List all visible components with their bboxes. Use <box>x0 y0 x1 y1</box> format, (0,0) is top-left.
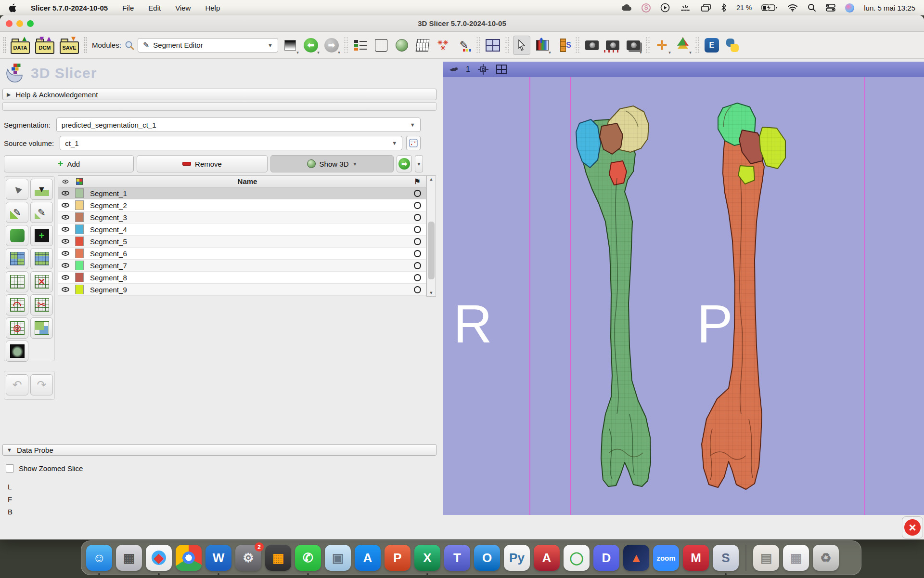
segment-row-Segment_7[interactable]: Segment_7 <box>58 260 426 272</box>
threed-view-controller-bar[interactable]: 1 <box>443 62 924 77</box>
segment-color-swatch[interactable] <box>75 249 84 258</box>
segment-color-swatch[interactable] <box>75 212 84 222</box>
segment-color-swatch[interactable] <box>75 224 84 234</box>
segment-color-swatch[interactable] <box>75 261 84 270</box>
effect-margin-button[interactable] <box>6 271 28 292</box>
show-3d-button[interactable]: Show 3D ▼ <box>270 155 394 172</box>
segment-color-swatch[interactable] <box>75 273 84 282</box>
effect-paint-button[interactable]: ✎ <box>6 202 28 223</box>
menu-bar-clock[interactable]: lun. 5 mai 13:25 <box>864 4 915 12</box>
save-button[interactable]: ▼ SAVE <box>59 36 80 55</box>
menu-file[interactable]: File <box>122 4 134 12</box>
screen-mirroring-icon[interactable] <box>701 2 711 13</box>
module-forward-button[interactable]: ➡▾ <box>323 36 340 55</box>
dock-powerpoint[interactable]: P <box>385 545 411 571</box>
segmentations-dropdown-button[interactable]: ▼ <box>415 155 423 172</box>
slice-intersections-button[interactable]: ▾ <box>674 36 692 55</box>
scene-view-camera-button[interactable] <box>604 36 621 55</box>
scrollbar-thumb[interactable] <box>428 222 435 279</box>
window-zoom-button[interactable] <box>27 20 34 27</box>
help-acknowledgement-section[interactable]: ▶ Help & Acknowledgement <box>2 89 436 100</box>
dock-zoom[interactable]: zoom <box>653 545 679 571</box>
layout-selector-button[interactable] <box>484 36 501 55</box>
add-segment-button[interactable]: +Add <box>4 155 134 172</box>
dock-excel[interactable]: X <box>414 545 440 571</box>
battery-charging-icon[interactable] <box>761 2 778 13</box>
dock-system-settings[interactable]: ⚙2 <box>235 545 261 571</box>
effect-hollow-button[interactable]: ✕ <box>30 271 53 292</box>
undo-button[interactable]: ↶ <box>6 374 28 395</box>
dock-finder[interactable]: ☺ <box>86 545 112 571</box>
dock-matlab[interactable]: ▲ <box>623 545 649 571</box>
python-console-button[interactable] <box>724 36 741 55</box>
remove-segment-button[interactable]: Remove <box>137 155 268 172</box>
window-title-bar[interactable]: 3D Slicer 5.7.0-2024-10-05 <box>0 15 924 32</box>
onedrive-cloud-icon[interactable] <box>620 2 632 13</box>
visibility-eye-icon[interactable] <box>62 251 69 256</box>
threed-viewport[interactable]: R P <box>443 77 924 515</box>
effect-grow-from-seeds-button[interactable] <box>6 248 28 269</box>
transforms-button[interactable] <box>414 36 431 55</box>
segment-status-icon[interactable] <box>414 250 421 257</box>
segment-row-Segment_1[interactable]: Segment_1 <box>58 187 426 199</box>
wifi-icon[interactable] <box>787 2 798 13</box>
dicom-button[interactable]: ▼▲ DCM <box>34 36 55 55</box>
effect-fill-between-slices-button[interactable] <box>30 248 53 269</box>
segment-status-icon[interactable] <box>414 190 421 197</box>
module-search-icon[interactable] <box>125 40 134 51</box>
show-zoomed-slice-checkbox[interactable] <box>6 464 14 473</box>
segment-status-icon[interactable] <box>414 274 421 281</box>
ruler-snapshot-button[interactable]: S <box>554 36 572 55</box>
segment-status-icon[interactable] <box>414 202 421 209</box>
dock-trash[interactable]: ♻ <box>813 545 839 571</box>
dock-chrome[interactable] <box>176 545 202 571</box>
menu-help[interactable]: Help <box>205 4 220 12</box>
effect-threshold-button[interactable]: ▼ <box>30 179 53 200</box>
segment-row-Segment_5[interactable]: Segment_5 <box>58 236 426 248</box>
window-level-button[interactable]: ⬆▾ <box>534 36 551 55</box>
segmentations-module-button[interactable] <box>393 36 411 55</box>
dock-green-ring-app[interactable]: ◯ <box>564 545 590 571</box>
keyboard-brightness-icon[interactable] <box>680 2 691 13</box>
switch-to-segmentations-button[interactable]: ➡ <box>397 155 412 172</box>
view-crosshair-icon[interactable] <box>478 64 488 75</box>
spotlight-search-icon[interactable] <box>808 2 816 13</box>
screenshot-button[interactable] <box>583 36 601 55</box>
segment-row-Segment_2[interactable]: Segment_2 <box>58 199 426 211</box>
dock-outlook[interactable]: O <box>474 545 500 571</box>
window-close-button[interactable] <box>6 20 13 27</box>
visibility-eye-icon[interactable] <box>62 227 69 232</box>
visibility-eye-icon[interactable] <box>62 191 69 196</box>
control-center-icon[interactable] <box>826 2 835 13</box>
dock-calculator[interactable]: ▦ <box>265 545 291 571</box>
segment-color-swatch[interactable] <box>75 236 84 246</box>
crosshair-button[interactable]: ✛▾ <box>654 36 671 55</box>
annotations-button[interactable]: ✎ <box>455 36 473 55</box>
visibility-eye-icon[interactable] <box>62 239 69 244</box>
scroll-up-arrow[interactable]: ▲ <box>429 177 434 182</box>
segments-table-scrollbar[interactable]: ▲ ▼ <box>426 175 436 297</box>
dock-word[interactable]: W <box>205 545 231 571</box>
segment-status-icon[interactable] <box>414 214 421 221</box>
siri-icon[interactable] <box>845 3 854 13</box>
dock-whatsapp[interactable]: ✆ <box>295 545 321 571</box>
menu-edit[interactable]: Edit <box>148 4 161 12</box>
menu-view[interactable]: View <box>175 4 191 12</box>
toolbar-grip[interactable] <box>83 37 87 54</box>
effect-erase-button[interactable] <box>6 225 28 246</box>
visibility-eye-icon[interactable] <box>62 263 69 268</box>
segment-color-swatch[interactable] <box>75 285 84 294</box>
pin-icon[interactable] <box>449 66 458 73</box>
segment-color-swatch[interactable] <box>75 188 84 198</box>
scroll-down-arrow[interactable]: ▼ <box>429 290 434 295</box>
module-back-button[interactable]: ⬅▾ <box>302 36 320 55</box>
data-probe-section[interactable]: ▼ Data Probe <box>2 444 436 456</box>
source-volume-selector[interactable]: ct_1▼ <box>60 136 402 150</box>
segment-row-Segment_3[interactable]: Segment_3 <box>58 211 426 223</box>
bluetooth-icon[interactable] <box>721 2 727 13</box>
extensions-manager-button[interactable]: E <box>703 36 720 55</box>
module-history-button[interactable]: ▾ <box>282 36 299 55</box>
segment-row-Segment_9[interactable]: Segment_9 <box>58 284 426 296</box>
visibility-eye-icon[interactable] <box>62 215 69 220</box>
segment-row-Segment_8[interactable]: Segment_8 <box>58 272 426 284</box>
